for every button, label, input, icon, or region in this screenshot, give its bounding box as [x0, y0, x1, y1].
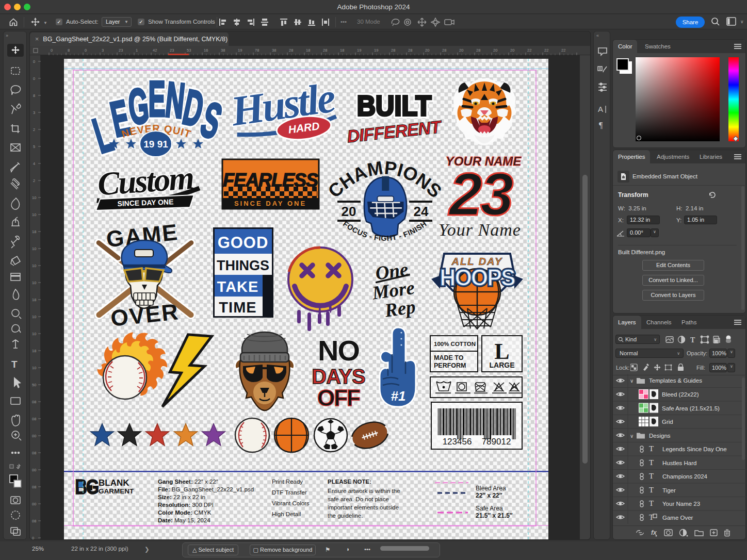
svg-text:GOOD: GOOD — [218, 234, 269, 252]
svg-text:BLANK: BLANK — [99, 478, 129, 488]
svg-text:28: 28 — [391, 48, 395, 53]
svg-text:78: 78 — [255, 48, 259, 53]
svg-text:789012: 789012 — [482, 437, 511, 447]
svg-text:Grid: Grid — [662, 419, 673, 425]
svg-text:0: 0 — [85, 48, 87, 53]
svg-text:L: L — [494, 339, 509, 364]
svg-text:T: T — [11, 359, 18, 370]
svg-text:3: 3 — [102, 48, 104, 53]
svg-text:Hustles Hard: Hustles Hard — [662, 460, 696, 466]
svg-text:Bleed Area: Bleed Area — [476, 485, 506, 492]
svg-text:Rep: Rep — [383, 296, 417, 321]
svg-text:HOOPS: HOOPS — [440, 265, 515, 290]
svg-text:08: 08 — [32, 400, 36, 404]
svg-text:4: 4 — [33, 161, 35, 166]
svg-text:19: 19 — [238, 48, 242, 53]
svg-text:20: 20 — [425, 48, 429, 53]
svg-text:High Detail: High Detail — [272, 511, 301, 517]
svg-text:10: 10 — [32, 332, 36, 336]
svg-text:Safe Area (21.5x21.5): Safe Area (21.5x21.5) — [662, 405, 720, 411]
svg-text:2: 2 — [33, 178, 35, 183]
svg-text:0: 0 — [32, 536, 34, 540]
svg-text:19: 19 — [357, 48, 361, 53]
svg-text:MADE TO: MADE TO — [434, 354, 464, 361]
svg-text:LARGE: LARGE — [490, 361, 515, 369]
svg-text:22: 22 — [561, 48, 565, 53]
svg-text:Date: May 15, 2024: Date: May 15, 2024 — [158, 517, 210, 523]
svg-text:DTF Transfer: DTF Transfer — [272, 489, 307, 496]
svg-text:Tiger: Tiger — [662, 487, 676, 493]
svg-text:1: 1 — [136, 48, 138, 53]
svg-text:21.5″ x 21.5″: 21.5″ x 21.5″ — [476, 512, 513, 519]
svg-text:File: BG_GangSheet_22x22_v1.ps: File: BG_GangSheet_22x22_v1.psd — [158, 486, 254, 492]
svg-text:22: 22 — [527, 48, 531, 53]
svg-text:8: 8 — [68, 48, 70, 53]
svg-text:Your Name: Your Name — [439, 220, 521, 239]
svg-text:20: 20 — [493, 48, 497, 53]
svg-text:∨: ∨ — [630, 378, 634, 384]
svg-text:OFF: OFF — [317, 385, 360, 410]
svg-text:18: 18 — [32, 229, 36, 234]
svg-text:Bleed (22x22): Bleed (22x22) — [662, 391, 699, 398]
svg-text:GARMENT: GARMENT — [99, 487, 134, 495]
svg-text:10: 10 — [32, 246, 36, 251]
svg-text:38: 38 — [272, 48, 276, 53]
svg-text:∨: ∨ — [630, 433, 634, 439]
svg-text:10: 10 — [32, 281, 36, 285]
svg-text:¶: ¶ — [599, 121, 603, 129]
svg-text:16: 16 — [204, 48, 208, 53]
svg-text:28: 28 — [289, 48, 293, 53]
svg-text:the guideline.: the guideline. — [328, 513, 363, 519]
svg-text:Gang Sheet: 22″ x 22″: Gang Sheet: 22″ x 22″ — [158, 479, 218, 485]
svg-text:100% COTTON: 100% COTTON — [434, 341, 476, 347]
svg-text:50: 50 — [32, 383, 36, 387]
svg-text:E: E — [148, 71, 165, 126]
svg-text:08: 08 — [32, 485, 36, 489]
svg-text:10: 10 — [32, 366, 36, 370]
svg-text:18: 18 — [340, 48, 344, 53]
svg-text:19 91: 19 91 — [143, 139, 168, 150]
svg-text:A: A — [598, 105, 603, 113]
svg-text:TAKE: TAKE — [217, 278, 259, 295]
svg-text:T: T — [690, 336, 695, 344]
svg-text:Print Ready: Print Ready — [272, 479, 303, 485]
svg-text:20: 20 — [459, 48, 463, 53]
svg-text:0: 0 — [51, 48, 53, 53]
svg-text:#1: #1 — [391, 388, 406, 404]
svg-text:Safe Area: Safe Area — [476, 505, 503, 512]
svg-text:42: 42 — [153, 48, 157, 53]
svg-text:28: 28 — [408, 48, 412, 53]
svg-text:38: 38 — [221, 48, 225, 53]
svg-text:10: 10 — [32, 195, 36, 200]
svg-text:22: 22 — [544, 48, 548, 53]
svg-text:28: 28 — [476, 48, 480, 53]
svg-text:Designs: Designs — [649, 433, 671, 439]
svg-text:5: 5 — [33, 144, 35, 149]
svg-text:08: 08 — [32, 451, 36, 455]
svg-text:18: 18 — [32, 349, 36, 353]
svg-text:2: 2 — [33, 127, 35, 132]
svg-text:SINCE DAY ONE: SINCE DAY ONE — [234, 200, 306, 207]
svg-text:00: 00 — [32, 434, 36, 438]
svg-text:Size: 22 in x 22 in: Size: 22 in x 22 in — [158, 494, 205, 500]
svg-text:Legends Since Day One: Legends Since Day One — [662, 446, 727, 452]
svg-text:28: 28 — [442, 48, 446, 53]
svg-text:00: 00 — [32, 468, 36, 472]
svg-text:18: 18 — [306, 48, 310, 53]
svg-text:18: 18 — [32, 298, 36, 302]
svg-text:important elements outside: important elements outside — [328, 504, 399, 510]
svg-text:24: 24 — [414, 204, 429, 219]
svg-text:28: 28 — [323, 48, 327, 53]
svg-text:10: 10 — [32, 263, 36, 268]
svg-text:23: 23 — [170, 48, 174, 53]
svg-text:23: 23 — [119, 48, 123, 53]
svg-text:19: 19 — [374, 48, 378, 53]
svg-text:NO: NO — [318, 334, 359, 367]
svg-text:Game Over: Game Over — [662, 515, 693, 521]
svg-text:Champions 2024: Champions 2024 — [662, 473, 708, 480]
svg-text:Color Mode: CMYK: Color Mode: CMYK — [158, 509, 212, 516]
svg-text:23: 23 — [448, 161, 513, 228]
svg-text:8: 8 — [33, 93, 35, 98]
svg-text:22″ x 22″: 22″ x 22″ — [476, 492, 502, 499]
svg-text:TIME: TIME — [219, 299, 256, 316]
